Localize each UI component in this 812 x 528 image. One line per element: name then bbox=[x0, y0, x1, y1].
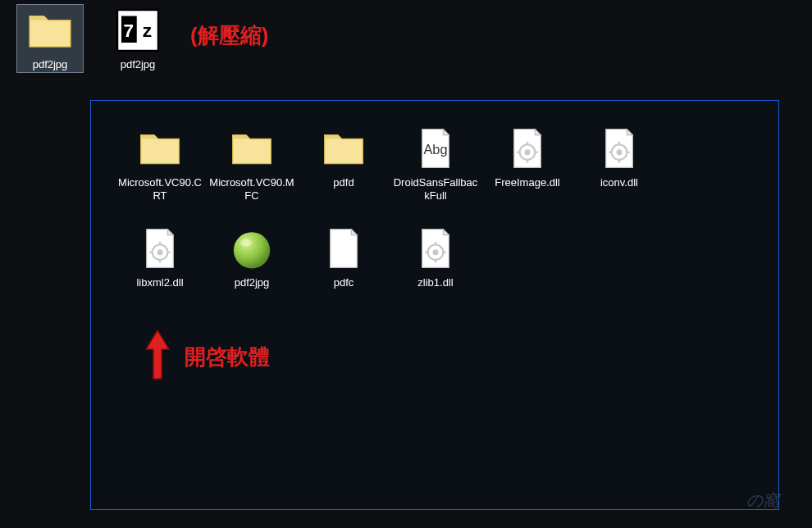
folder-icon bbox=[229, 125, 275, 171]
dll-file-icon bbox=[137, 225, 183, 271]
annotation-open: 開啓軟體 bbox=[185, 343, 270, 371]
7z-archive-icon: 7 z bbox=[113, 6, 162, 55]
desktop-item-7z-pdf2jpg[interactable]: 7 z pdf2jpg bbox=[104, 4, 171, 73]
svg-point-23 bbox=[234, 232, 270, 268]
desktop-item-label: pdf2jpg bbox=[18, 58, 82, 71]
file-label: pdfd bbox=[298, 176, 390, 189]
file-item-droidsans[interactable]: Abg DroidSansFallbackFull bbox=[390, 124, 481, 224]
annotation-extract: (解壓縮) bbox=[190, 21, 268, 50]
svg-text:Abg: Abg bbox=[423, 142, 447, 157]
folder-item-vc90mfc[interactable]: Microsoft.VC90.MFC bbox=[206, 124, 298, 224]
file-label: Microsoft.VC90.MFC bbox=[206, 176, 298, 203]
file-item-pdfc[interactable]: pdfc bbox=[298, 224, 390, 324]
svg-point-26 bbox=[433, 249, 439, 255]
svg-point-12 bbox=[617, 149, 623, 155]
file-label: Microsoft.VC90.CRT bbox=[114, 176, 206, 203]
svg-text:z: z bbox=[143, 20, 152, 41]
file-item-pdf2jpg-app[interactable]: pdf2jpg bbox=[206, 224, 298, 324]
desktop-item-label: pdf2jpg bbox=[106, 58, 170, 71]
file-label: FreeImage.dll bbox=[481, 176, 573, 189]
file-label: pdf2jpg bbox=[206, 276, 298, 289]
file-label: iconv.dll bbox=[573, 176, 665, 189]
svg-point-6 bbox=[525, 149, 531, 155]
file-label: DroidSansFallbackFull bbox=[390, 176, 481, 203]
watermark: の窩 bbox=[746, 489, 779, 512]
folder-contents-window: Microsoft.VC90.CRT Microsoft.VC90.MFC pd… bbox=[90, 100, 779, 510]
dll-file-icon bbox=[504, 125, 550, 171]
desktop-item-folder-pdf2jpg[interactable]: pdf2jpg bbox=[16, 4, 84, 73]
svg-point-18 bbox=[157, 249, 163, 255]
file-label: pdfc bbox=[298, 276, 390, 289]
file-item-libxml2[interactable]: libxml2.dll bbox=[114, 224, 206, 324]
folder-icon bbox=[137, 125, 183, 171]
dll-file-icon bbox=[413, 225, 458, 271]
desktop-area: pdf2jpg 7 z pdf2jpg bbox=[0, 0, 812, 77]
file-grid: Microsoft.VC90.CRT Microsoft.VC90.MFC pd… bbox=[114, 124, 755, 324]
dll-file-icon bbox=[596, 125, 642, 171]
file-item-zlib1[interactable]: zlib1.dll bbox=[390, 224, 481, 324]
svg-text:7: 7 bbox=[123, 20, 134, 41]
file-item-freeimage[interactable]: FreeImage.dll bbox=[481, 124, 573, 224]
file-item-iconv[interactable]: iconv.dll bbox=[573, 124, 665, 224]
file-label: libxml2.dll bbox=[114, 276, 206, 289]
font-file-icon: Abg bbox=[413, 125, 458, 171]
app-icon bbox=[229, 225, 275, 271]
folder-icon bbox=[321, 125, 367, 171]
folder-item-pdfd[interactable]: pdfd bbox=[298, 124, 390, 224]
folder-item-vc90crt[interactable]: Microsoft.VC90.CRT bbox=[114, 124, 206, 224]
annotation-arrow-icon bbox=[141, 328, 174, 385]
blank-file-icon bbox=[321, 225, 367, 271]
file-label: zlib1.dll bbox=[390, 276, 481, 289]
svg-point-24 bbox=[240, 239, 252, 246]
folder-icon bbox=[25, 6, 75, 55]
